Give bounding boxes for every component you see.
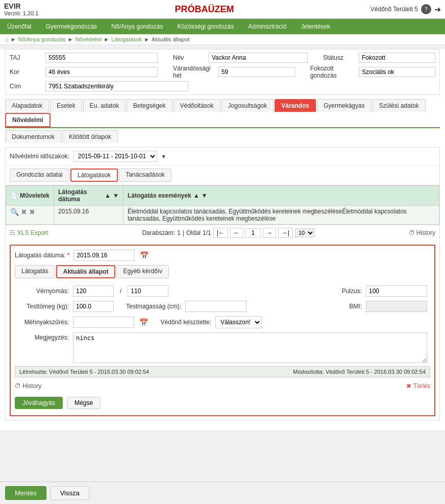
page-first-btn[interactable]: |← — [213, 228, 228, 238]
tab-novedelmi[interactable]: Nővédelmi — [5, 113, 51, 127]
inner-tabs: Gondozás adatai Látogatások Tanácsadások — [6, 165, 439, 185]
period-select[interactable]: 2015-09-11 - 2015-10-01 — [73, 151, 157, 162]
kor-input[interactable] — [45, 67, 158, 77]
tab-dokumentumok[interactable]: Dokumentumok — [5, 130, 61, 143]
form-tab-latogatas[interactable]: Látogatás — [15, 265, 55, 278]
bmi-input[interactable] — [366, 301, 427, 312]
testmagassag-input[interactable] — [185, 301, 246, 312]
nav-item-adminisztracio[interactable]: Adminsztráció — [241, 19, 293, 34]
fokozott-input[interactable] — [359, 67, 435, 77]
period-dropdown-icon: ▼ — [161, 154, 166, 159]
vernyomas-input2[interactable] — [128, 285, 168, 297]
inner-tab-gondozas[interactable]: Gondozás adatai — [10, 169, 69, 182]
breadcrumb-arrow: ► — [11, 36, 16, 42]
xls-export-label: XLS Export — [17, 229, 48, 236]
table-cell-datum: 2015.09.16 — [54, 206, 123, 225]
page-num-input[interactable] — [245, 228, 261, 237]
form-tab-aktualis[interactable]: Aktuális állapot — [56, 265, 116, 278]
torles-button[interactable]: ✖ Törlés — [406, 382, 430, 390]
mehnyak-cal-icon[interactable]: 📅 — [139, 318, 148, 326]
esemeny-filter-icon[interactable]: ▼ — [202, 192, 208, 199]
page-next-btn[interactable]: → — [263, 228, 276, 238]
megjegyzes-textarea[interactable]: nincs — [73, 332, 427, 363]
nav-bar: Üzenőfal Gyermekgondozás Nő/Anya gondozá… — [0, 19, 445, 34]
tab-esetek[interactable]: Esetek — [50, 99, 82, 112]
taj-input[interactable] — [45, 53, 158, 63]
vernyomas-label: Vérnyomás: — [18, 287, 69, 295]
breadcrumb-arrow2: ► — [68, 36, 73, 42]
form-inner-tabs: Látogatás Aktuális állapot Egyéb kérdőív — [15, 265, 430, 278]
cim-label: Cím — [10, 83, 40, 90]
datum-sort-icon[interactable]: ▲ — [105, 192, 111, 199]
vernyomas-separator: / — [118, 287, 123, 295]
nav-item-gyermekgondozas[interactable]: Gyermekgondozás — [38, 19, 104, 34]
torles-label: Törlés — [413, 382, 430, 390]
latogatas-datum-row: Látogatás dátuma: * 📅 — [15, 250, 430, 261]
breadcrumb-arrow4: ► — [144, 36, 150, 42]
form-history-button[interactable]: ⏱ History — [15, 382, 41, 390]
breadcrumb-novedelmi[interactable]: Nővédelmi — [75, 36, 102, 42]
row-edit-icon[interactable]: ✖ — [21, 208, 27, 216]
cim-input[interactable] — [45, 81, 188, 91]
modositotta-info: Módosította: Védőnő Területi 5 - 2016.03… — [293, 369, 426, 375]
tab-eu-adatok[interactable]: Eu. adatok — [83, 99, 126, 112]
page-last-btn[interactable]: →| — [278, 228, 293, 238]
testtomeg-input[interactable] — [73, 301, 114, 312]
vernyomas-row: Vérnyomás: / Pulzus: — [18, 285, 427, 297]
nav-item-kozossegi[interactable]: Közösségi gondozás — [170, 19, 241, 34]
tab-szulesi[interactable]: Szülési adatok — [373, 99, 426, 112]
probe-title: PRÓBAÜZEM — [38, 4, 370, 15]
meta-row: Létrehozta: Védőnő Területi 5 - 2016.03.… — [15, 366, 430, 377]
history-button[interactable]: ⏱ History — [409, 229, 435, 236]
row-delete-icon[interactable]: ✖ — [29, 208, 35, 216]
latogatas-datum-input[interactable] — [73, 250, 135, 261]
per-page-select[interactable]: 10 — [295, 228, 315, 237]
tab-alapadatok[interactable]: Alapadatok — [5, 99, 49, 112]
esemeny-sort-icon[interactable]: ▲ — [193, 192, 200, 199]
tab-gyermekagy[interactable]: Gyermekágyas — [317, 99, 372, 112]
status-label: Státusz — [323, 54, 354, 61]
status-input[interactable] — [359, 53, 435, 63]
breadcrumb-noanya[interactable]: Nő/Anya gondozás — [18, 36, 66, 42]
vedono-label: Védőnő készítette: — [160, 319, 211, 326]
page-prev-btn[interactable]: ← — [230, 228, 243, 238]
form-action-row2: Jóváhagyás Mégse — [15, 395, 430, 411]
varandossag-input[interactable] — [218, 67, 295, 77]
nev-input[interactable] — [209, 53, 308, 63]
history-label: History — [416, 229, 435, 236]
form-tab-egyeb[interactable]: Egyéb kérdőív — [116, 265, 169, 278]
tab-jogosultsagok[interactable]: Jogosultságok — [221, 99, 274, 112]
testmagassag-label: Testmagasság (cm): — [126, 303, 181, 310]
pulzus-input[interactable] — [366, 285, 427, 297]
inner-tab-tanacsadasok[interactable]: Tanácsadások — [119, 169, 171, 182]
xls-export-button[interactable]: ☷ XLS Export — [10, 229, 48, 236]
mehnyak-input[interactable] — [73, 317, 134, 328]
tab-betegsegek[interactable]: Betegségek — [127, 99, 172, 112]
inner-tab-latogatasok[interactable]: Látogatások — [70, 169, 118, 182]
nev-label: Név — [173, 54, 204, 61]
jovahagyas-button[interactable]: Jóváhagyás — [15, 397, 63, 409]
megjegyzes-label: Megjegyzés: — [18, 332, 69, 341]
nav-item-noanya[interactable]: Nő/Anya gondozás — [104, 19, 170, 34]
home-icon[interactable]: ⌂ — [5, 36, 9, 42]
pipe-sep: | — [183, 229, 184, 236]
nav-item-uzenofal[interactable]: Üzenőfal — [0, 19, 38, 34]
pagination-info: Darabszám: 1 | Oldal 1/1 |← ← → →| 10 — [142, 228, 314, 238]
breadcrumb-latogatasok[interactable]: Látogatások — [111, 36, 142, 42]
vedono-select[interactable]: Válasszon! — [215, 316, 262, 328]
tab-varandos[interactable]: Várandos — [275, 99, 316, 112]
form-history-icon: ⏱ — [15, 382, 21, 390]
calendar-icon[interactable]: 📅 — [140, 251, 149, 259]
pagination-row: ☷ XLS Export Darabszám: 1 | Oldal 1/1 |←… — [6, 225, 439, 241]
breadcrumb-arrow3: ► — [104, 36, 109, 42]
tab-vedooltasok[interactable]: Védőoltások — [174, 99, 220, 112]
vernyomas-input1[interactable] — [73, 285, 114, 297]
user-icon: ? — [421, 4, 431, 14]
tab-kitoltott-urlapok[interactable]: Kitöltött űrlapok — [62, 130, 118, 143]
logout-icon[interactable]: ➜ — [434, 5, 441, 14]
row-search-icon[interactable]: 🔍 — [10, 208, 19, 216]
megse-button[interactable]: Mégse — [67, 397, 101, 409]
datum-filter-icon[interactable]: ▼ — [113, 192, 119, 199]
nav-item-jelentesek[interactable]: Jelentések — [294, 19, 337, 34]
table-row: 🔍 ✖ ✖ 2015.09.16 Életmóddal kapcsolatos … — [6, 206, 439, 225]
